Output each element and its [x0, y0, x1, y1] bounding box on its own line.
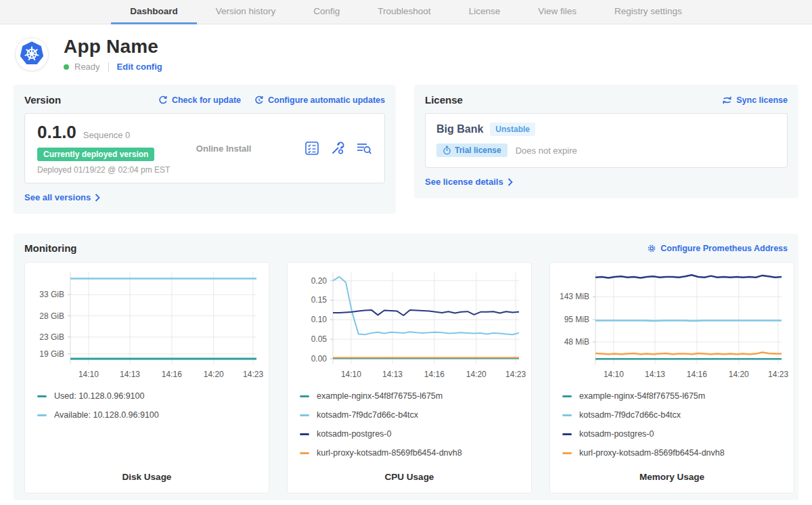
- legend-label: kurl-proxy-kotsadm-8569fb6454-dnvh8: [579, 448, 725, 458]
- app-header: App Name Ready Edit config: [0, 24, 812, 82]
- status-text: Ready: [74, 62, 100, 72]
- tab-registry-settings[interactable]: Registry settings: [595, 0, 701, 24]
- view-logs-icon[interactable]: [356, 141, 372, 156]
- chart-title: Memory Usage: [550, 465, 794, 482]
- tab-troubleshoot[interactable]: Troubleshoot: [359, 0, 449, 24]
- legend-color-dash: [562, 395, 572, 397]
- license-card: Big Bank Unstable Trial license Does not…: [425, 113, 788, 168]
- kubernetes-logo-icon: [15, 37, 49, 71]
- legend-item: example-nginx-54f8f76755-l675m: [562, 391, 794, 401]
- legend-label: Available: 10.128.0.96:9100: [54, 410, 159, 420]
- legend-color-dash: [562, 452, 572, 454]
- svg-text:0.00: 0.00: [311, 354, 328, 364]
- legend-item: example-nginx-54f8f76755-l675m: [300, 391, 531, 401]
- svg-text:0.10: 0.10: [311, 315, 328, 324]
- legend-item: kotsadm-7f9dc7d66c-b4tcx: [562, 410, 794, 420]
- edit-config-link[interactable]: Edit config: [117, 62, 162, 72]
- gear-icon: [647, 244, 656, 253]
- trial-license-badge: Trial license: [436, 144, 508, 157]
- legend-item: Available: 10.128.0.96:9100: [37, 410, 269, 420]
- check-for-update-link[interactable]: Check for update: [158, 95, 241, 105]
- svg-text:0.05: 0.05: [311, 334, 328, 344]
- legend-color-dash: [37, 414, 47, 416]
- legend-label: example-nginx-54f8f76755-l675m: [317, 391, 443, 401]
- sync-icon: [722, 95, 732, 105]
- config-wrench-icon[interactable]: [330, 141, 345, 156]
- chart-legend-2: example-nginx-54f8f76755-l675mkotsadm-7f…: [550, 391, 794, 458]
- channel-badge: Unstable: [490, 123, 535, 136]
- monitoring-title: Monitoring: [24, 242, 76, 254]
- svg-text:14:13: 14:13: [645, 370, 665, 379]
- version-title: Version: [24, 94, 61, 106]
- tab-dashboard[interactable]: Dashboard: [111, 0, 197, 24]
- tab-config[interactable]: Config: [294, 0, 359, 24]
- chevron-right-icon: [95, 194, 100, 202]
- legend-color-dash: [300, 433, 309, 435]
- tab-license[interactable]: License: [450, 0, 520, 24]
- license-expiry: Does not expire: [516, 146, 577, 156]
- svg-text:14:13: 14:13: [120, 370, 140, 379]
- legend-item: kotsadm-postgres-0: [562, 429, 794, 439]
- svg-text:14:10: 14:10: [604, 370, 624, 379]
- license-name: Big Bank: [436, 123, 483, 135]
- legend-label: Used: 10.128.0.96:9100: [54, 391, 144, 401]
- chart-plot-2: 14:1014:1314:1614:2014:23143 MiB95 MiB48…: [550, 269, 795, 386]
- divider: [108, 62, 109, 72]
- preflight-checks-icon[interactable]: [304, 141, 319, 156]
- svg-text:14:16: 14:16: [687, 370, 707, 379]
- svg-text:14:13: 14:13: [382, 370, 403, 379]
- tab-version-history[interactable]: Version history: [197, 0, 295, 24]
- chevron-right-icon: [508, 178, 513, 186]
- chart-card-1: 14:1014:1314:1614:2014:230.200.150.100.0…: [287, 262, 532, 493]
- legend-item: Used: 10.128.0.96:9100: [37, 391, 269, 401]
- license-title: License: [425, 94, 463, 106]
- status-dot: [64, 64, 69, 70]
- svg-text:0.15: 0.15: [311, 295, 328, 305]
- legend-color-dash: [562, 433, 572, 435]
- deployed-badge: Currently deployed version: [37, 148, 154, 161]
- configure-automatic-updates-link[interactable]: Configure automatic updates: [254, 95, 385, 105]
- top-nav: DashboardVersion historyConfigTroublesho…: [0, 0, 812, 24]
- stopwatch-icon: [443, 146, 451, 155]
- chart-card-0: 14:1014:1314:1614:2014:2333 GiB28 GiB23 …: [24, 262, 269, 493]
- refresh-icon: [158, 95, 168, 105]
- svg-text:23 GiB: 23 GiB: [39, 332, 64, 342]
- legend-item: kurl-proxy-kotsadm-8569fb6454-dnvh8: [300, 448, 531, 458]
- see-all-versions-link[interactable]: See all versions: [24, 192, 100, 202]
- svg-text:14:23: 14:23: [768, 370, 788, 379]
- legend-label: kotsadm-postgres-0: [317, 429, 391, 439]
- tab-view-files[interactable]: View files: [519, 0, 595, 24]
- version-sequence: Sequence 0: [83, 130, 130, 140]
- legend-item: kurl-proxy-kotsadm-8569fb6454-dnvh8: [562, 448, 794, 458]
- svg-text:14:10: 14:10: [341, 370, 361, 379]
- install-type: Online Install: [196, 144, 252, 154]
- svg-text:143 MiB: 143 MiB: [560, 292, 589, 301]
- see-license-details-link[interactable]: See license details: [425, 177, 513, 187]
- svg-text:33 GiB: 33 GiB: [39, 290, 64, 299]
- page-title: App Name: [64, 36, 162, 58]
- chart-legend-0: Used: 10.128.0.96:9100Available: 10.128.…: [25, 391, 269, 420]
- legend-item: kotsadm-postgres-0: [300, 429, 531, 439]
- svg-text:14:16: 14:16: [162, 370, 182, 379]
- svg-text:14:23: 14:23: [243, 370, 263, 379]
- legend-color-dash: [300, 395, 309, 397]
- legend-item: kotsadm-7f9dc7d66c-b4tcx: [300, 410, 531, 420]
- license-panel: License Sync license Big Bank Unstable: [414, 85, 798, 198]
- current-version-card: 0.1.0 Sequence 0 Currently deployed vers…: [24, 113, 385, 183]
- svg-text:14:23: 14:23: [505, 370, 526, 379]
- configure-prometheus-link[interactable]: Configure Prometheus Address: [647, 244, 788, 253]
- svg-text:48 MiB: 48 MiB: [564, 337, 589, 347]
- chart-title: CPU Usage: [288, 465, 531, 482]
- schedule-update-icon: [254, 95, 264, 105]
- deployed-timestamp: Deployed 01/19/22 @ 02:04 pm EST: [37, 165, 170, 175]
- chart-title: Disk Usage: [25, 465, 269, 482]
- svg-text:14:20: 14:20: [466, 370, 487, 379]
- monitoring-panel: Monitoring Configure Prometheus Address …: [14, 234, 798, 500]
- svg-text:95 MiB: 95 MiB: [564, 315, 589, 324]
- legend-label: example-nginx-54f8f76755-l675m: [579, 391, 705, 401]
- svg-text:19 GiB: 19 GiB: [39, 349, 64, 359]
- legend-label: kurl-proxy-kotsadm-8569fb6454-dnvh8: [317, 448, 462, 458]
- chart-legend-1: example-nginx-54f8f76755-l675mkotsadm-7f…: [288, 391, 531, 458]
- sync-license-link[interactable]: Sync license: [722, 95, 788, 105]
- legend-color-dash: [300, 452, 309, 454]
